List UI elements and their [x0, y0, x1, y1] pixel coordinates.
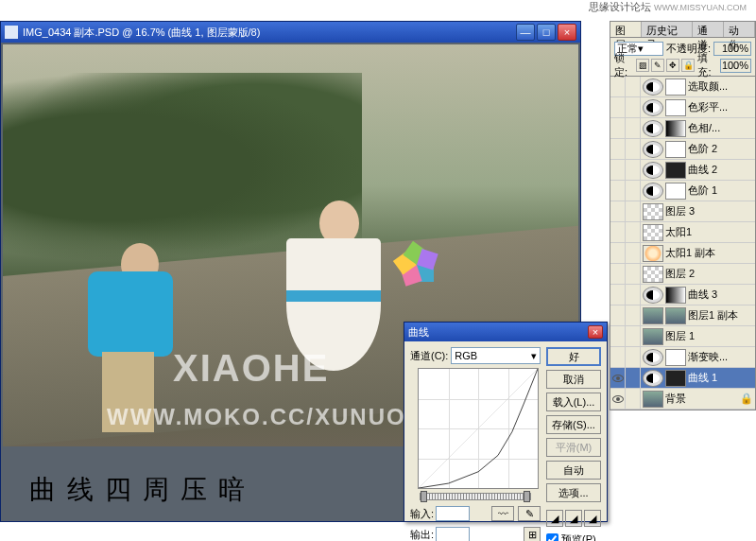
layer-row[interactable]: 色阶 2: [610, 139, 755, 160]
link-col[interactable]: [627, 201, 641, 221]
doc-titlebar[interactable]: IMG_0434 副本.PSD @ 16.7% (曲线 1, 图层蒙版/8) —…: [1, 22, 580, 43]
layer-thumb[interactable]: [643, 162, 663, 179]
link-col[interactable]: [627, 97, 641, 117]
ok-button[interactable]: 好: [546, 347, 601, 366]
layer-thumb[interactable]: [665, 307, 686, 324]
load-button[interactable]: 载入(L)...: [546, 393, 601, 411]
link-col[interactable]: [627, 77, 641, 96]
layer-thumb[interactable]: [643, 266, 663, 283]
visibility-toggle[interactable]: [610, 389, 626, 409]
layer-row[interactable]: 图层 1: [610, 326, 755, 347]
visibility-toggle[interactable]: [610, 77, 626, 96]
lock-move-icon[interactable]: ✥: [666, 59, 679, 72]
visibility-toggle[interactable]: [610, 347, 626, 367]
layer-row[interactable]: 太阳1: [610, 222, 755, 243]
maximize-button[interactable]: □: [537, 24, 556, 41]
curves-titlebar[interactable]: 曲线 ×: [404, 323, 607, 341]
visibility-toggle[interactable]: [610, 222, 626, 242]
layer-row[interactable]: 色阶 1: [610, 181, 755, 201]
save-button[interactable]: 存储(S)...: [546, 415, 601, 434]
fill-input[interactable]: 100%: [720, 59, 751, 73]
layer-thumb[interactable]: [643, 349, 663, 366]
layer-name-label[interactable]: 图层 2: [665, 267, 753, 281]
layer-row[interactable]: 色彩平...: [610, 97, 755, 118]
layer-thumb[interactable]: [643, 224, 663, 241]
layer-thumb[interactable]: [665, 370, 686, 387]
layer-name-label[interactable]: 图层 1: [665, 329, 753, 343]
visibility-toggle[interactable]: [610, 243, 626, 263]
visibility-toggle[interactable]: [610, 181, 626, 201]
link-col[interactable]: [627, 264, 641, 284]
link-col[interactable]: [627, 181, 641, 201]
visibility-toggle[interactable]: [610, 201, 626, 221]
visibility-toggle[interactable]: [610, 139, 626, 159]
layer-thumb[interactable]: [665, 99, 686, 116]
layer-thumb[interactable]: [665, 141, 686, 158]
lock-transparency-icon[interactable]: ▨: [636, 59, 649, 72]
preview-checkbox[interactable]: [546, 533, 558, 541]
layer-row[interactable]: 选取颜...: [610, 77, 755, 97]
layer-thumb[interactable]: [643, 203, 663, 220]
layer-thumb[interactable]: [665, 349, 686, 366]
layer-thumb[interactable]: [643, 141, 663, 158]
layer-thumb[interactable]: [643, 99, 663, 116]
layer-thumb[interactable]: [643, 79, 663, 96]
tab-layers[interactable]: 图层: [610, 22, 642, 37]
layer-row[interactable]: 图层1 副本: [610, 305, 755, 326]
visibility-toggle[interactable]: [610, 160, 626, 180]
black-eyedropper-icon[interactable]: ◢: [546, 510, 563, 527]
tab-actions[interactable]: 动作: [724, 22, 755, 37]
layer-thumb[interactable]: [665, 183, 686, 200]
layer-thumb[interactable]: [665, 287, 686, 304]
gradient-slider[interactable]: [420, 493, 531, 500]
layer-row[interactable]: 渐变映...: [610, 347, 755, 368]
layer-thumb[interactable]: [643, 120, 663, 137]
layer-name-label[interactable]: 色阶 1: [688, 183, 753, 198]
layer-row[interactable]: 色相/...: [610, 118, 755, 139]
layer-name-label[interactable]: 曲线 1: [688, 371, 753, 385]
link-col[interactable]: [627, 160, 641, 180]
opacity-input[interactable]: 100%: [713, 42, 751, 56]
link-col[interactable]: [627, 389, 641, 409]
layer-thumb[interactable]: [643, 370, 663, 387]
layer-thumb[interactable]: [643, 245, 663, 262]
link-col[interactable]: [627, 305, 641, 325]
visibility-toggle[interactable]: [610, 118, 626, 138]
layer-row[interactable]: 太阳1 副本: [610, 243, 755, 264]
layer-row[interactable]: 曲线 3: [610, 285, 755, 305]
layer-row[interactable]: 图层 3: [610, 201, 755, 222]
layer-row[interactable]: 曲线 2: [610, 160, 755, 181]
close-button[interactable]: ×: [558, 24, 576, 41]
link-col[interactable]: [627, 285, 641, 305]
layer-thumb[interactable]: [665, 79, 686, 96]
layer-thumb[interactable]: [643, 391, 663, 408]
gray-eyedropper-icon[interactable]: ◢: [565, 510, 582, 527]
visibility-toggle[interactable]: [610, 368, 626, 388]
link-col[interactable]: [627, 118, 641, 138]
visibility-toggle[interactable]: [610, 326, 626, 346]
curve-tool-button[interactable]: 〰: [491, 506, 514, 521]
link-col[interactable]: [627, 368, 641, 388]
minimize-button[interactable]: —: [516, 24, 535, 41]
layer-thumb[interactable]: [665, 120, 686, 137]
layer-name-label[interactable]: 曲线 3: [688, 288, 753, 302]
expand-grid-button[interactable]: ⊞: [524, 527, 541, 541]
layer-name-label[interactable]: 色彩平...: [688, 100, 753, 114]
layer-name-label[interactable]: 图层 3: [665, 204, 753, 218]
curve-output-field[interactable]: [436, 527, 470, 541]
curve-input-field[interactable]: [436, 506, 470, 521]
cancel-button[interactable]: 取消: [546, 370, 601, 389]
layer-name-label[interactable]: 选取颜...: [688, 79, 753, 94]
lock-paint-icon[interactable]: ✎: [651, 59, 664, 72]
options-button[interactable]: 选项...: [546, 483, 601, 502]
layer-row[interactable]: 曲线 1: [610, 368, 755, 389]
link-col[interactable]: [627, 347, 641, 367]
visibility-toggle[interactable]: [610, 264, 626, 284]
layer-name-label[interactable]: 渐变映...: [688, 350, 753, 364]
layer-thumb[interactable]: [643, 183, 663, 200]
layers-list[interactable]: 选取颜...色彩平...色相/...色阶 2曲线 2色阶 1图层 3太阳1太阳1…: [610, 77, 756, 410]
link-col[interactable]: [627, 326, 641, 346]
link-col[interactable]: [627, 222, 641, 242]
lock-all-icon[interactable]: 🔒: [681, 59, 695, 72]
layer-thumb[interactable]: [665, 162, 686, 179]
